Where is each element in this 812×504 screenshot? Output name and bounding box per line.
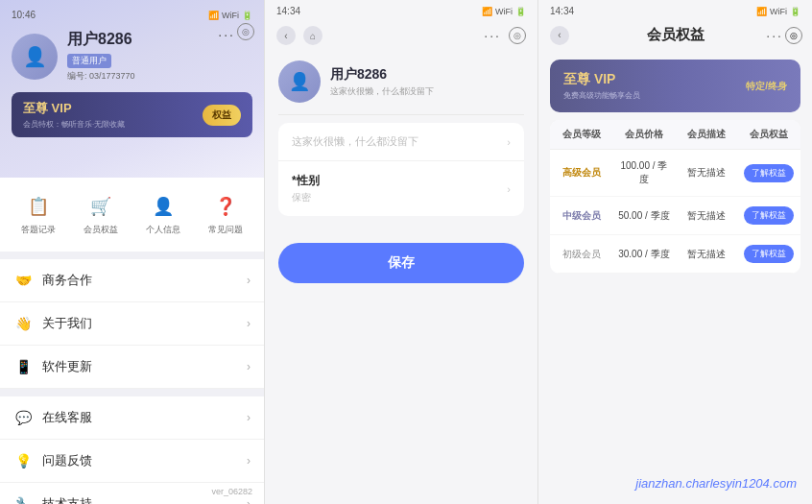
profile-row: 👤 用户8286 普通用户 编号: 03/1773770 [12, 30, 252, 83]
update-label: 软件更新 [42, 358, 247, 375]
row2-btn-cell: 了解权益 [738, 197, 800, 234]
avatar: 👤 [12, 34, 58, 80]
vip-card-badge: 特定/终身 [746, 80, 787, 93]
save-button[interactable]: 保存 [278, 243, 524, 283]
icon-profile[interactable]: 👤 个人信息 [146, 193, 180, 236]
business-label: 商务合作 [42, 272, 247, 289]
row3-price: 30.00 / 季度 [612, 238, 675, 271]
th-price: 会员价格 [612, 120, 675, 149]
list-item-update[interactable]: 📱 软件更新 › [0, 346, 264, 389]
business-icon: 🤝 [13, 273, 33, 288]
support-label: 在线客服 [42, 409, 247, 426]
arrow-icon: › [247, 274, 251, 287]
gender-row[interactable]: *性别 保密 › [278, 161, 524, 216]
th-rights: 会员权益 [738, 120, 800, 149]
icon-menu-row: 📋 答题记录 🛒 会员权益 👤 个人信息 ❓ 常见问题 [0, 178, 264, 252]
membership-table: 会员等级 会员价格 会员描述 会员权益 高级会员 100.00 / 季度 暂无描… [550, 120, 800, 274]
arrow-icon-5: › [247, 454, 251, 468]
header-circle-icon[interactable]: ◎ [237, 23, 254, 40]
wifi-icon-3: WiFi [770, 7, 787, 16]
membership-label: 会员权益 [84, 224, 118, 236]
row3-desc: 暂无描述 [676, 238, 738, 271]
list-item-feedback[interactable]: 💡 问题反馈 › [0, 440, 264, 483]
nav-title-3: 会员权益 [647, 26, 705, 44]
tech-icon: 🔧 [13, 496, 33, 504]
user-id: 编号: 03/1773770 [67, 70, 252, 83]
list-item-business[interactable]: 🤝 商务合作 › [0, 259, 264, 302]
faq-icon: ❓ [210, 193, 241, 220]
membership-icon: 🛒 [85, 193, 116, 220]
signal-icon-3: 📶 [756, 7, 767, 16]
battery-icon-3: 🔋 [790, 7, 800, 16]
avatar-2: 👤 [278, 60, 321, 103]
profile-section-2: 👤 用户8286 这家伙很懒，什么都没留下 [265, 53, 537, 110]
about-icon: 👋 [13, 316, 33, 331]
gender-value: 保密 [292, 191, 507, 204]
list-item-about[interactable]: 👋 关于我们 › [0, 302, 264, 346]
dots-icon-2[interactable]: ··· [484, 28, 501, 43]
row2-rights-button[interactable]: 了解权益 [744, 206, 794, 225]
feedback-icon: 💡 [13, 453, 33, 468]
dots-icon-3[interactable]: ··· [766, 28, 783, 43]
row1-btn-cell: 了解权益 [738, 155, 800, 192]
row3-btn-cell: 了解权益 [738, 235, 800, 273]
divider-2 [278, 114, 524, 115]
user-desc-2: 这家伙很懒，什么都没留下 [330, 85, 524, 98]
table-row: 高级会员 100.00 / 季度 暂无描述 了解权益 [550, 150, 800, 197]
row3-level: 初级会员 [550, 238, 612, 271]
vip-card-sub: 免费高级功能畅享会员 [563, 90, 640, 101]
list-section-1: 🤝 商务合作 › 👋 关于我们 › 📱 软件更新 › [0, 259, 264, 389]
panel-membership: 14:34 📶 WiFi 🔋 ‹ 会员权益 ··· ◎ 至尊 VIP 免费高级功… [537, 0, 812, 504]
row1-rights-button[interactable]: 了解权益 [744, 164, 794, 182]
row1-price: 100.00 / 季度 [612, 150, 675, 196]
table-row: 初级会员 30.00 / 季度 暂无描述 了解权益 [550, 235, 800, 274]
icon-faq[interactable]: ❓ 常见问题 [208, 193, 243, 236]
desc-row[interactable]: 这家伙很懒，什么都没留下 › [278, 123, 524, 161]
vip-subtitle-1: 会员特权：畅听音乐·无限收藏 [23, 119, 125, 130]
back-button-3[interactable]: ‹ [550, 26, 569, 45]
wifi-icon-2: WiFi [495, 7, 513, 16]
arrow-icon-2: › [247, 317, 251, 330]
gender-field: *性别 保密 [292, 173, 507, 204]
vip-banner-info: 至尊 VIP 会员特权：畅听音乐·无限收藏 [23, 100, 125, 130]
row2-price: 50.00 / 季度 [612, 200, 675, 232]
back-button-2[interactable]: ‹ [276, 26, 296, 45]
vip-banner[interactable]: 至尊 VIP 会员特权：畅听音乐·无限收藏 权益 [12, 92, 252, 137]
row3-rights-button[interactable]: 了解权益 [744, 245, 794, 263]
desc-row-arrow: › [507, 136, 511, 148]
user-badge: 普通用户 [67, 54, 111, 68]
circle-icon-2[interactable]: ◎ [509, 27, 526, 44]
battery-icon-2: 🔋 [515, 7, 526, 16]
arrow-icon-4: › [247, 411, 251, 424]
arrow-icon-6: › [247, 497, 251, 504]
row1-level: 高级会员 [550, 156, 612, 189]
app-container: 10:46 📶 WiFi 🔋 👤 用户8286 普通用户 编号: 03/1773… [0, 0, 812, 504]
profile-header: 10:46 📶 WiFi 🔋 👤 用户8286 普通用户 编号: 03/1773… [0, 0, 264, 178]
vip-rights-button[interactable]: 权益 [203, 105, 241, 126]
vip-card-title: 至尊 VIP [563, 71, 640, 88]
panel-profile: 10:46 📶 WiFi 🔋 👤 用户8286 普通用户 编号: 03/1773… [0, 0, 264, 504]
desc-row-text: 这家伙很懒，什么都没留下 [292, 134, 507, 149]
support-icon: 💬 [13, 410, 33, 425]
home-button-2[interactable]: ⌂ [303, 26, 322, 45]
icon-answer-records[interactable]: 📋 答题记录 [21, 193, 56, 236]
arrow-icon-3: › [247, 360, 251, 373]
icon-membership[interactable]: 🛒 会员权益 [84, 193, 118, 236]
gender-label: *性别 [292, 173, 507, 189]
list-item-support[interactable]: 💬 在线客服 › [0, 396, 264, 440]
nav-bar-3: ‹ 会员权益 ··· ◎ [538, 22, 812, 52]
vip-title-1: 至尊 VIP [23, 100, 125, 117]
status-icons-2: 📶 WiFi 🔋 [482, 7, 526, 16]
faq-label: 常见问题 [208, 224, 243, 236]
row2-level: 中级会员 [550, 200, 612, 232]
vip-card-info: 至尊 VIP 免费高级功能畅享会员 [563, 71, 640, 101]
user-text-2: 用户8286 这家伙很懒，什么都没留下 [330, 66, 524, 98]
status-bar-3: 14:34 📶 WiFi 🔋 [538, 0, 812, 22]
circle-icon-3[interactable]: ◎ [785, 27, 802, 44]
gender-row-arrow: › [507, 183, 511, 195]
time-2: 14:34 [276, 6, 300, 16]
wifi-icon: WiFi [222, 11, 239, 20]
header-dots[interactable]: ··· [218, 27, 235, 42]
status-icons-3: 📶 WiFi 🔋 [756, 7, 800, 16]
watermark: jianzhan.charlesyin1204.com [635, 476, 797, 491]
